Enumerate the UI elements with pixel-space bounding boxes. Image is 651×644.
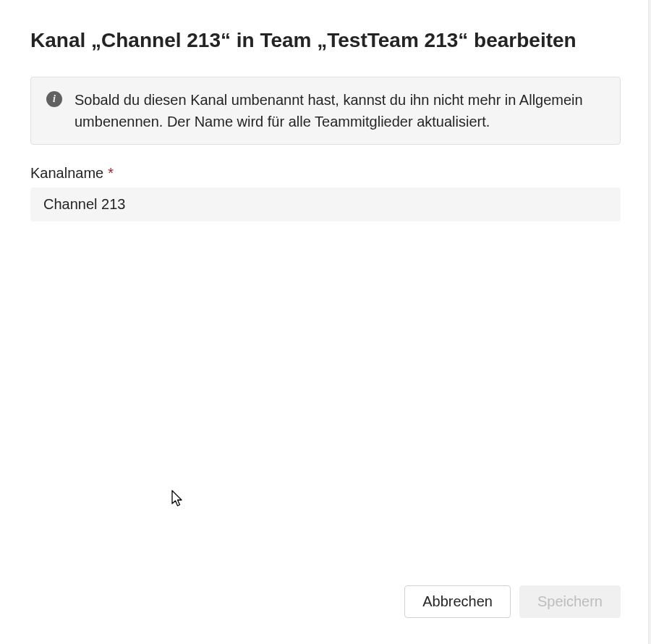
info-icon: i [46,91,62,107]
required-asterisk: * [108,165,114,182]
dialog-title: Kanal „Channel 213“ in Team „TestTeam 21… [30,27,621,54]
save-button: Speichern [519,585,621,618]
channel-name-input[interactable] [30,187,621,221]
edit-channel-dialog: Kanal „Channel 213“ in Team „TestTeam 21… [0,0,651,644]
channel-name-label: Kanalname * [30,165,621,182]
info-icon-wrap: i [46,90,63,108]
spacer [30,221,621,585]
cancel-button[interactable]: Abbrechen [404,585,511,618]
channel-name-label-text: Kanalname [30,165,103,182]
info-banner: i Sobald du diesen Kanal umbenannt hast,… [30,77,621,145]
info-banner-text: Sobald du diesen Kanal umbenannt hast, k… [75,89,605,132]
dialog-button-row: Abbrechen Speichern [30,585,621,618]
